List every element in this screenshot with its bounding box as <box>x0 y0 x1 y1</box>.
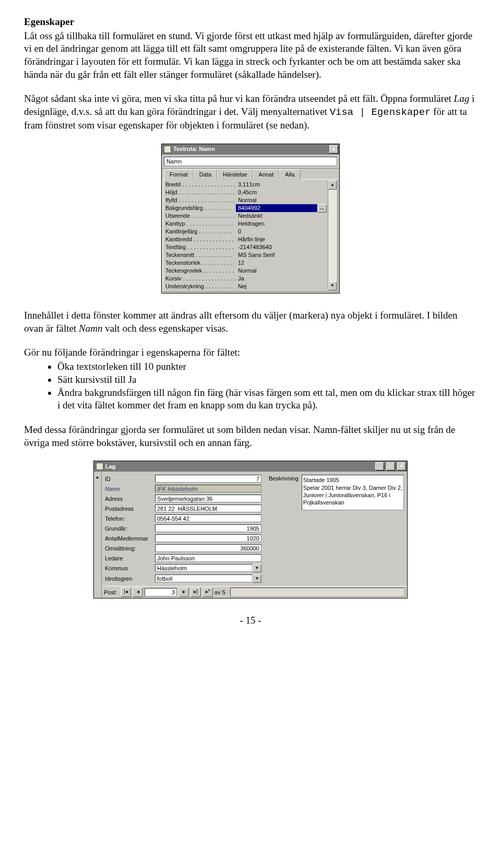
ellipsis-button[interactable]: … <box>317 204 327 213</box>
page-number: - 15 - <box>24 614 477 627</box>
paragraph-5: Med dessa förändringar gjorda ser formul… <box>24 424 477 449</box>
field-label: Postadress <box>105 505 152 512</box>
prop-row[interactable]: Teckenstorlek . . . . . . . . . .12 <box>164 259 328 267</box>
prop-row[interactable]: Understrykning . . . . . . . . .Nej <box>164 283 328 290</box>
prop-label: Kantlinjefärg . . . . . . . . . . . <box>164 228 236 236</box>
field-input[interactable] <box>155 544 261 552</box>
nav-new-icon[interactable]: ▸* <box>202 588 213 597</box>
prop-value[interactable]: MS Sans Serif <box>236 251 328 259</box>
nav-prev-icon[interactable]: ◂ <box>133 588 143 597</box>
prop-value[interactable]: 0 <box>236 228 328 236</box>
prop-row[interactable]: Teckengrovlek . . . . . . . . . .Normal <box>164 267 328 275</box>
prop-row[interactable]: Bredd . . . . . . . . . . . . . . . . .3… <box>164 181 328 189</box>
prop-value[interactable]: Normal <box>236 267 328 275</box>
paragraph-2: Något sådant ska inte vi göra, men vi sk… <box>24 92 477 132</box>
prop-value[interactable]: 0,45cm <box>236 189 328 196</box>
field-input[interactable] <box>155 485 261 492</box>
prop-value[interactable]: 8404992 <box>236 204 317 212</box>
prop-row[interactable]: Kantbredd . . . . . . . . . . . . .Hårfi… <box>164 236 328 243</box>
paragraph-1: Låt oss gå tillbaka till formuläret en s… <box>24 30 477 81</box>
field-label: Idrottsgren <box>105 575 152 582</box>
bullet-item: Sätt kursivstil till Ja <box>57 373 477 386</box>
prop-row[interactable]: Kantlinjefärg . . . . . . . . . . .0 <box>164 228 328 236</box>
prop-label: Bakgrundsfärg . . . . . . . . . <box>164 204 236 212</box>
minimize-icon[interactable]: _ <box>375 462 384 471</box>
prop-row[interactable]: Kanttyp . . . . . . . . . . . . . . .Hel… <box>164 220 328 228</box>
field-label: Ledare <box>105 555 152 562</box>
prop-value[interactable]: Nej <box>236 283 328 290</box>
scroll-track[interactable] <box>328 190 337 281</box>
bullet-list: Öka textstorleken till 10 punkterSätt ku… <box>24 360 477 412</box>
field-input[interactable] <box>155 524 261 532</box>
paragraph-3: Innehållet i detta fönster kommer att än… <box>24 309 477 335</box>
prop-row[interactable]: Kursiv . . . . . . . . . . . . . . . . .… <box>164 275 328 283</box>
prop-label: Kanttyp . . . . . . . . . . . . . . . <box>164 220 236 228</box>
nav-first-icon[interactable]: |◂ <box>121 588 131 597</box>
close-icon[interactable]: × <box>329 145 338 154</box>
nav-last-icon[interactable]: ▸| <box>190 588 201 597</box>
prop-value[interactable]: Heldragen <box>236 220 328 228</box>
field-label: Telefon: <box>105 515 152 522</box>
field-label: Omsättning: <box>105 545 152 552</box>
prop-label: Kursiv . . . . . . . . . . . . . . . . . <box>164 275 236 283</box>
prop-label: Understrykning . . . . . . . . . <box>164 283 236 290</box>
prop-row[interactable]: Textfärg . . . . . . . . . . . . . . .-2… <box>164 243 328 251</box>
dropdown-icon[interactable]: ▼ <box>253 564 261 572</box>
tab-data[interactable]: Data <box>194 169 217 180</box>
field-row: Postadress <box>105 505 261 512</box>
scroll-up-icon[interactable]: ▲ <box>328 181 337 190</box>
scroll-down-icon[interactable]: ▼ <box>328 281 337 290</box>
titlebar[interactable]: Textruta: Namn × <box>162 144 339 155</box>
form-window-title: Lag <box>105 463 373 470</box>
prop-value[interactable]: Normal <box>236 196 328 204</box>
desc-label: Beskrivning <box>269 475 299 482</box>
para3-post: valt och dess egenskaper visas. <box>102 323 228 334</box>
object-name-input[interactable] <box>164 157 337 166</box>
field-input[interactable] <box>155 564 253 572</box>
field-input[interactable] <box>155 554 261 562</box>
para2-pre: Något sådant ska inte vi göra, men vi sk… <box>24 93 454 104</box>
prop-value[interactable]: 3,111cm <box>236 181 328 189</box>
field-row: Kommun▼ <box>105 564 261 572</box>
field-input[interactable] <box>155 514 261 522</box>
tab-format[interactable]: Format <box>164 169 194 180</box>
nav-label: Post: <box>104 589 117 596</box>
prop-value[interactable]: 12 <box>236 259 328 267</box>
tab-alla[interactable]: Alla <box>279 169 300 180</box>
prop-value[interactable]: Hårfin linje <box>236 236 328 243</box>
form-close-icon[interactable]: × <box>397 462 406 471</box>
tab-händelse[interactable]: Händelse <box>217 169 253 180</box>
field-label: Kommun <box>105 565 152 572</box>
nav-current[interactable]: 3 <box>145 588 177 596</box>
nav-next-icon[interactable]: ▸ <box>178 588 189 597</box>
nav-scrollbar[interactable] <box>230 588 405 597</box>
field-label: AntalMedlemmar <box>105 535 152 542</box>
field-input[interactable] <box>155 505 261 512</box>
prop-value[interactable]: Ja <box>236 275 328 283</box>
form-lag-window: Lag _ □ × ▸ IDNamnAdressPostadressTelefo… <box>93 461 408 599</box>
form-titlebar[interactable]: Lag _ □ × <box>94 461 407 472</box>
prop-label: Teckensnitt . . . . . . . . . . . . <box>164 251 236 259</box>
desc-textarea[interactable] <box>302 475 404 510</box>
prop-label: Utseende . . . . . . . . . . . . . . <box>164 212 236 220</box>
field-input[interactable] <box>155 475 261 483</box>
dropdown-icon[interactable]: ▼ <box>253 574 261 583</box>
field-input[interactable] <box>155 534 261 542</box>
prop-row[interactable]: Utseende . . . . . . . . . . . . . .Neds… <box>164 212 328 220</box>
field-input[interactable] <box>155 495 261 502</box>
para3-namn: Namn <box>79 323 102 334</box>
field-input[interactable] <box>155 574 253 582</box>
bullet-item: Öka textstorleken till 10 punkter <box>57 360 477 373</box>
prop-row[interactable]: Bakgrundsfärg . . . . . . . . .8404992… <box>164 204 328 212</box>
record-nav: Post: |◂ ◂ 3 ▸ ▸| ▸* av 5 <box>102 586 407 598</box>
scrollbar[interactable]: ▲ ▼ <box>328 181 337 290</box>
heading-egenskaper: Egenskaper <box>24 16 477 29</box>
tab-annat[interactable]: Annat <box>253 169 280 180</box>
prop-row[interactable]: Teckensnitt . . . . . . . . . . . .MS Sa… <box>164 251 328 259</box>
record-selector[interactable]: ▸ <box>94 472 102 598</box>
prop-row[interactable]: Ifylld . . . . . . . . . . . . . . . . .… <box>164 196 328 204</box>
prop-value[interactable]: Nedsänkt <box>236 212 328 220</box>
prop-row[interactable]: Höjd . . . . . . . . . . . . . . . . . .… <box>164 189 328 196</box>
maximize-icon[interactable]: □ <box>386 462 395 471</box>
prop-value[interactable]: -2147483640 <box>236 243 328 251</box>
